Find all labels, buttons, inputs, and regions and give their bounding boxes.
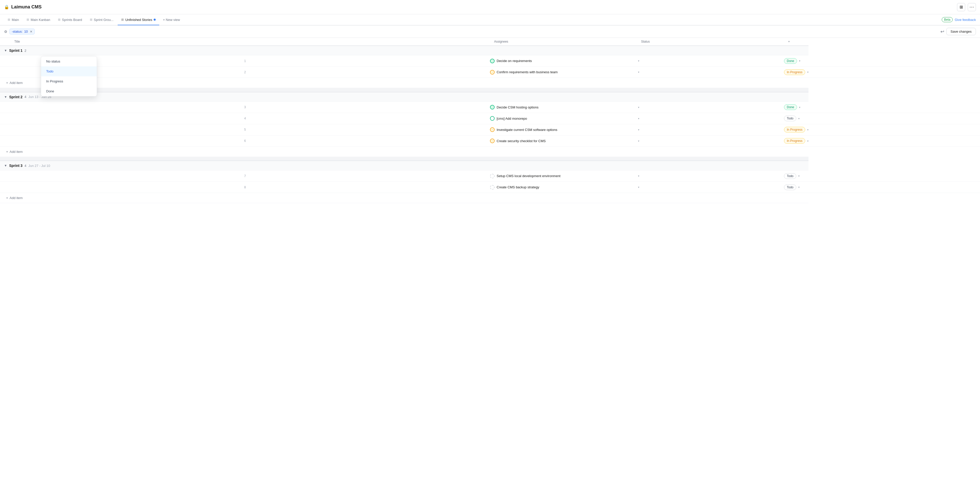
status-badge: Done — [784, 104, 797, 110]
give-feedback-link[interactable]: Give feedback — [955, 18, 976, 22]
row-number: 6 — [0, 135, 490, 146]
add-item-button[interactable]: + Add item — [4, 195, 25, 201]
top-bar-right: ⊞ ··· — [957, 3, 976, 11]
assignee-cell[interactable]: ▾ — [637, 170, 784, 182]
status-cell[interactable]: Done ▾ — [784, 102, 808, 113]
filter-chip-close-icon[interactable]: ✕ — [30, 30, 32, 33]
add-item-button[interactable]: + Add item — [4, 149, 25, 154]
tabs-right: Beta Give feedback — [942, 17, 976, 22]
assignee-cell[interactable]: ▾ — [637, 67, 784, 78]
status-cell[interactable]: Todo ▾ — [784, 170, 808, 182]
assignee-dropdown-arrow[interactable]: ▾ — [638, 59, 639, 62]
status-cell[interactable]: Todo ▾ — [784, 113, 808, 124]
dropdown-item-todo[interactable]: Todo — [41, 66, 97, 76]
row-number: 4 — [0, 113, 490, 124]
table-row: 5 Investigate current CSM software optio… — [0, 124, 980, 135]
row-status-icon — [490, 174, 495, 178]
tab-sprints-board-label: Sprints Board — [62, 18, 82, 22]
assignee-cell[interactable]: ▾ — [637, 102, 784, 113]
assignee-dropdown-arrow[interactable]: ▾ — [638, 128, 639, 131]
group-toggle-sprint-1[interactable]: ▼ — [4, 49, 7, 52]
new-view-label: + New view — [163, 18, 180, 22]
tab-main-kanban-label: Main Kanban — [30, 18, 50, 22]
tab-sprint-grou-label: Sprint Grou... — [94, 18, 114, 22]
status-cell[interactable]: In Progress ▾ — [784, 124, 808, 135]
new-view-button[interactable]: + New view — [160, 14, 183, 25]
app-title: Laimuna CMS — [11, 4, 41, 10]
status-dropdown-arrow[interactable]: ▾ — [807, 128, 808, 131]
assignee-dropdown-arrow[interactable]: ▾ — [638, 175, 639, 177]
row-title-text: Create CMS backup strategy — [496, 185, 539, 189]
group-toggle-sprint-3[interactable]: ▼ — [4, 164, 7, 167]
row-add-cell — [808, 102, 980, 113]
more-options-button[interactable]: ··· — [968, 3, 976, 11]
group-row-sprint-3: ▼ Sprint 3 4 Jun 27 - Jul 10 — [0, 161, 980, 170]
group-count-sprint-1: 2 — [24, 49, 26, 53]
status-dropdown-arrow[interactable]: ▾ — [807, 71, 808, 73]
row-status-icon — [490, 105, 495, 110]
status-dropdown-arrow[interactable]: ▾ — [799, 106, 800, 109]
tab-main[interactable]: ⊞ Main — [4, 14, 22, 25]
row-title-text: Setup CMS local development environment — [496, 174, 560, 178]
group-name-sprint-2: Sprint 2 — [9, 95, 22, 99]
group-toggle-sprint-2[interactable]: ▼ — [4, 95, 7, 99]
assignee-dropdown-arrow[interactable]: ▾ — [638, 140, 639, 142]
status-cell[interactable]: In Progress ▾ — [784, 135, 808, 146]
dropdown-item-no-status[interactable]: No status — [41, 56, 97, 66]
panel-icon-button[interactable]: ⊞ — [957, 3, 965, 11]
filter-funnel-icon[interactable]: ⚙ — [4, 30, 7, 34]
filter-chip[interactable]: -status: 10 ✕ — [10, 29, 35, 35]
table-row: 4 [cms] Add monorepo ▾ Todo ▾ — [0, 113, 980, 124]
assignee-cell[interactable]: ▾ — [637, 182, 784, 193]
col-header-add[interactable]: + — [784, 38, 808, 46]
assignee-dropdown-arrow[interactable]: ▾ — [638, 117, 639, 120]
add-column-icon[interactable]: + — [788, 40, 790, 43]
add-item-button[interactable]: + Add item — [4, 80, 25, 86]
dropdown-item-in-progress[interactable]: In Progress — [41, 76, 97, 86]
status-dropdown-arrow[interactable]: ▾ — [798, 175, 800, 177]
filter-left: ⚙ -status: 10 ✕ — [4, 29, 35, 35]
tab-unfinished-stories[interactable]: ⊞ Unfinished Stories — [118, 14, 159, 25]
tab-main-label: Main — [12, 18, 19, 22]
status-cell[interactable]: Todo ▾ — [784, 182, 808, 193]
assignee-dropdown-arrow[interactable]: ▾ — [638, 71, 639, 73]
row-title-text: [cms] Add monorepo — [496, 116, 527, 121]
save-changes-button[interactable]: Save changes — [946, 28, 976, 35]
status-badge: Todo — [784, 173, 796, 179]
assignee-dropdown-arrow[interactable]: ▾ — [638, 186, 639, 189]
assignee-cell[interactable]: ▾ — [637, 124, 784, 135]
row-title-text: Investigate current CSM software options — [496, 128, 557, 132]
assignee-cell[interactable]: ▾ — [637, 135, 784, 146]
add-item-label: Add item — [10, 81, 23, 85]
tab-sprint-grou[interactable]: ⊞ Sprint Grou... — [86, 14, 117, 25]
row-status-icon — [490, 59, 495, 63]
status-cell[interactable]: In Progress ▾ — [784, 67, 808, 78]
assignee-cell[interactable]: ▾ — [637, 56, 784, 67]
row-add-cell — [808, 113, 980, 124]
status-badge: In Progress — [784, 69, 805, 75]
status-badge: Todo — [784, 116, 796, 121]
add-item-label: Add item — [10, 150, 23, 154]
filter-bar: ⚙ -status: 10 ✕ ↩ Save changes — [0, 25, 980, 38]
table-row: 1 Decide on requirements ▾ Done ▾ — [0, 56, 980, 67]
tab-sprints-board[interactable]: ⊞ Sprints Board — [54, 14, 86, 25]
undo-button[interactable]: ↩ — [940, 29, 944, 35]
status-cell[interactable]: Done ▾ — [784, 56, 808, 67]
assignee-cell[interactable]: ▾ — [637, 113, 784, 124]
tab-active-dot — [154, 19, 156, 21]
status-badge: Todo — [784, 185, 796, 190]
row-add-cell — [808, 135, 980, 146]
status-dropdown: No status Todo In Progress Done — [41, 56, 97, 97]
status-dropdown-arrow[interactable]: ▾ — [798, 117, 800, 120]
status-dropdown-arrow[interactable]: ▾ — [799, 59, 800, 62]
table-row: 6 Create security checklist for CMS ▾ In… — [0, 135, 980, 146]
table-row: 7 Setup CMS local development environmen… — [0, 170, 980, 182]
status-dropdown-arrow[interactable]: ▾ — [798, 186, 800, 189]
main-table: Title Assignees Status + ▼ Sprint 1 2 1 … — [0, 38, 980, 203]
assignee-dropdown-arrow[interactable]: ▾ — [638, 106, 639, 109]
tab-main-kanban[interactable]: ⊞ Main Kanban — [23, 14, 54, 25]
status-dropdown-arrow[interactable]: ▾ — [807, 140, 808, 142]
group-name-sprint-3: Sprint 3 — [9, 164, 22, 168]
tab-sprint-grou-icon: ⊞ — [90, 18, 92, 21]
dropdown-item-done[interactable]: Done — [41, 86, 97, 96]
